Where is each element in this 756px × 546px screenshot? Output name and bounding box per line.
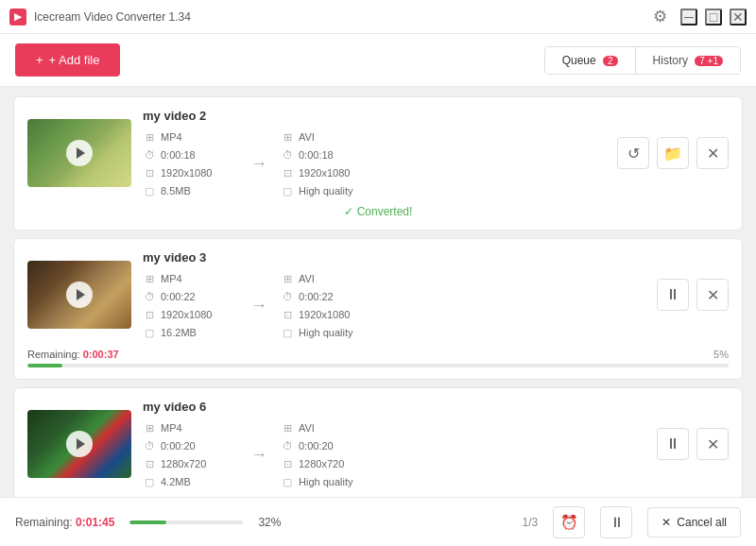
progress-section-2: Remaining: 0:00:37 5% — [27, 349, 729, 367]
input-duration-text-3: 0:00:20 — [161, 440, 196, 452]
content-area: my video 2 ⊞ MP4 ⏱ 0:00:18 ⊡ 19 — [0, 87, 756, 497]
input-resolution-text-1: 1920x1080 — [161, 167, 212, 179]
play-button-1[interactable] — [66, 140, 93, 166]
output-quality-icon-2: ▢ — [281, 326, 294, 339]
arrow-icon-2: → — [250, 296, 267, 316]
input-format-line-1: ⊞ MP4 — [143, 130, 237, 144]
history-badge: 7 +1 — [695, 56, 723, 66]
output-duration-line-2: ⏱ 0:00:22 — [281, 290, 394, 303]
history-tab[interactable]: History 7 +1 — [636, 47, 740, 74]
play-button-2[interactable] — [66, 282, 93, 308]
status-pause-button[interactable]: ⏸ — [600, 506, 632, 538]
output-quality-text-3: High quality — [299, 476, 352, 487]
app-icon: ▶ — [9, 9, 26, 26]
input-size-line-2: ▢ 16.2MB — [143, 326, 237, 339]
output-quality-line-1: ▢ High quality — [281, 184, 394, 197]
output-format-3: ⊞ AVI ⏱ 0:00:20 ⊡ 1280x720 ▢ — [281, 421, 394, 488]
remove-button-1[interactable]: ✕ — [696, 137, 729, 169]
progress-meta-2: Remaining: 0:00:37 5% — [27, 349, 729, 360]
input-format-text-3: MP4 — [161, 422, 182, 434]
cancel-all-button[interactable]: ✕ Cancel all — [647, 507, 741, 537]
folder-icon-3: ▢ — [143, 475, 156, 488]
input-size-text-1: 8.5MB — [161, 185, 191, 196]
pause-button-3[interactable]: ⏸ — [657, 428, 689, 460]
pause-button-2[interactable]: ⏸ — [657, 279, 689, 311]
conversion-row-2: ⊞ MP4 ⏱ 0:00:22 ⊡ 1920x1080 ▢ — [143, 272, 638, 339]
folder-icon-2: ▢ — [143, 326, 156, 339]
output-format-line-2: ⊞ AVI — [281, 272, 394, 285]
conversion-card-1: my video 2 ⊞ MP4 ⏱ 0:00:18 ⊡ 19 — [13, 96, 743, 230]
thumbnail-3 — [27, 410, 131, 478]
history-tab-label: History — [653, 54, 688, 67]
cancel-all-label: Cancel all — [677, 516, 727, 529]
card-info-1: my video 2 ⊞ MP4 ⏱ 0:00:18 ⊡ 19 — [143, 109, 598, 197]
card-actions-3: ⏸ ✕ — [657, 428, 729, 460]
card-info-3: my video 6 ⊞ MP4 ⏱ 0:00:20 ⊡ 12 — [143, 400, 638, 488]
remaining-label-2: Remaining: 0:00:37 — [27, 349, 119, 360]
output-duration-text-2: 0:00:22 — [299, 291, 334, 302]
remaining-time-2: 0:00:37 — [83, 349, 119, 360]
output-resolution-text-1: 1920x1080 — [299, 167, 350, 179]
output-resolution-icon-1: ⊡ — [281, 166, 294, 179]
clock-icon-2: ⏱ — [143, 290, 156, 303]
resolution-icon-2: ⊡ — [143, 308, 156, 321]
output-clock-icon-3: ⏱ — [281, 439, 294, 452]
app-title: Icecream Video Converter 1.34 — [34, 10, 646, 24]
output-quality-line-2: ▢ High quality — [281, 326, 394, 339]
output-format-line-1: ⊞ AVI — [281, 130, 394, 144]
progress-fill-2 — [27, 364, 62, 367]
output-resolution-text-2: 1920x1080 — [299, 309, 350, 320]
folder-icon-1: ▢ — [143, 184, 156, 197]
status-bar: Remaining: 0:01:45 32% 1/3 ⏰ ⏸ ✕ Cancel … — [0, 497, 756, 546]
input-resolution-line-2: ⊡ 1920x1080 — [143, 308, 237, 321]
open-folder-button-1[interactable]: 📁 — [657, 137, 689, 169]
percent-text-2: 5% — [713, 349, 729, 360]
window-controls: ⚙ ─ □ ✕ — [646, 4, 747, 30]
film-icon-2: ⊞ — [143, 272, 156, 285]
status-progress-fill — [129, 520, 165, 524]
card-actions-2: ⏸ ✕ — [657, 279, 729, 311]
output-format-text-3: AVI — [299, 422, 315, 434]
play-button-3[interactable] — [66, 431, 93, 457]
status-remaining-time: 0:01:45 — [76, 516, 114, 529]
add-file-button[interactable]: + + Add file — [15, 43, 120, 77]
output-film-icon-1: ⊞ — [281, 130, 294, 144]
input-format-line-3: ⊞ MP4 — [143, 421, 237, 435]
card-main-2: my video 3 ⊞ MP4 ⏱ 0:00:22 ⊡ 19 — [27, 250, 729, 339]
title-bar: ▶ Icecream Video Converter 1.34 ⚙ ─ □ ✕ — [0, 0, 756, 34]
output-clock-icon-2: ⏱ — [281, 290, 294, 303]
output-resolution-text-3: 1280x720 — [299, 458, 344, 469]
output-quality-icon-1: ▢ — [281, 184, 294, 197]
converted-text-1: Converted! — [357, 205, 413, 218]
settings-button[interactable]: ⚙ — [646, 4, 673, 30]
queue-tab[interactable]: Queue 2 — [545, 47, 636, 74]
output-format-line-3: ⊞ AVI — [281, 421, 394, 435]
conversion-card-3: my video 6 ⊞ MP4 ⏱ 0:00:20 ⊡ 12 — [13, 387, 743, 497]
output-film-icon-2: ⊞ — [281, 272, 294, 285]
output-resolution-line-1: ⊡ 1920x1080 — [281, 166, 394, 179]
play-icon-3 — [77, 438, 85, 450]
remove-button-3[interactable]: ✕ — [696, 428, 729, 460]
converted-status-1: ✓ Converted! — [27, 205, 729, 218]
film-icon-3: ⊞ — [143, 421, 156, 435]
conversion-card-2: my video 3 ⊞ MP4 ⏱ 0:00:22 ⊡ 19 — [13, 238, 743, 380]
remove-button-2[interactable]: ✕ — [696, 279, 729, 311]
status-remaining-label: Remaining: 0:01:45 — [15, 516, 114, 529]
maximize-button[interactable]: □ — [705, 9, 722, 26]
output-resolution-icon-2: ⊡ — [281, 308, 294, 321]
play-icon-1 — [77, 147, 85, 159]
conversion-row-1: ⊞ MP4 ⏱ 0:00:18 ⊡ 1920x1080 ▢ — [143, 130, 598, 197]
video-title-3: my video 6 — [143, 400, 638, 414]
redo-button-1[interactable]: ↺ — [617, 137, 649, 169]
progress-bar-2 — [27, 364, 729, 367]
input-duration-text-1: 0:00:18 — [161, 149, 196, 161]
schedule-button[interactable]: ⏰ — [553, 506, 585, 538]
film-icon-1: ⊞ — [143, 130, 156, 144]
minimize-button[interactable]: ─ — [680, 9, 697, 26]
resolution-icon-1: ⊡ — [143, 166, 156, 179]
input-resolution-text-2: 1920x1080 — [161, 309, 212, 320]
close-button[interactable]: ✕ — [730, 9, 747, 26]
card-main-1: my video 2 ⊞ MP4 ⏱ 0:00:18 ⊡ 19 — [27, 109, 729, 197]
checkmark-icon-1: ✓ — [344, 205, 353, 218]
input-duration-text-2: 0:00:22 — [161, 291, 196, 302]
